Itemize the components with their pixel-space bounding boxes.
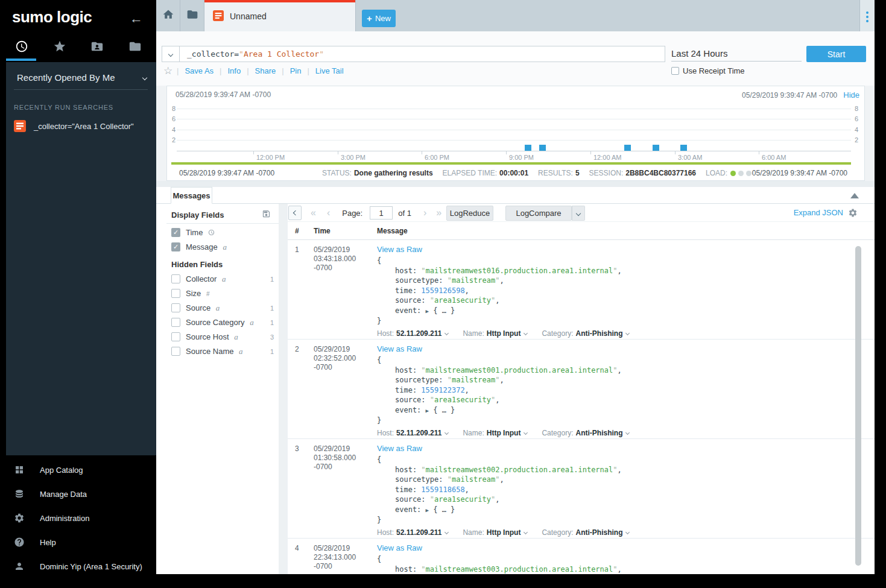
field-checkbox-unchecked[interactable]: [171, 274, 180, 283]
recent-search-item[interactable]: _collector="Area 1 Collector": [14, 120, 156, 132]
library-mode-selector[interactable]: Recently Opened By Me: [6, 62, 156, 83]
home-button[interactable]: [156, 0, 180, 31]
col-header-num: #: [295, 227, 299, 235]
library-panel: Recently Opened By Me RECENTLY RUN SEARC…: [6, 62, 156, 455]
histogram-bar[interactable]: [653, 145, 659, 151]
new-tab-button[interactable]: + New: [362, 10, 396, 27]
histogram-bar[interactable]: [680, 145, 687, 151]
row-time: 05/29/201902:32:52.000 -0700: [314, 345, 374, 372]
next-page-button[interactable]: ›: [423, 207, 426, 218]
col-header-time: Time: [314, 227, 331, 235]
field-checkbox-unchecked[interactable]: [171, 303, 180, 312]
tab-overflow-menu[interactable]: [859, 0, 875, 31]
meta-category[interactable]: Category:Anti-Phishing: [542, 329, 629, 338]
sidebar-item-app-catalog[interactable]: App Catalog: [14, 458, 142, 482]
chevron-down-icon: [524, 530, 528, 534]
histogram-bar[interactable]: [525, 145, 531, 151]
prev-page-button[interactable]: ‹: [327, 207, 330, 218]
share-link[interactable]: Share: [255, 66, 276, 75]
histogram-bar[interactable]: [624, 145, 631, 151]
query-history-dropdown[interactable]: [162, 46, 180, 62]
y-tick-label: 4: [855, 126, 862, 133]
last-page-button[interactable]: »: [436, 207, 441, 218]
expand-triangle-icon[interactable]: ▶: [426, 408, 429, 414]
save-fields-icon[interactable]: [262, 209, 271, 220]
collapse-panel-icon[interactable]: [850, 193, 859, 198]
sidebar-item-administration[interactable]: Administration: [14, 506, 142, 530]
pin-link[interactable]: Pin: [290, 66, 302, 75]
logreduce-button[interactable]: LogReduce: [446, 206, 493, 221]
field-checkbox-checked[interactable]: ✓: [171, 242, 180, 251]
database-icon: [14, 488, 25, 499]
meta-category[interactable]: Category:Anti-Phishing: [542, 429, 629, 437]
expand-json-link[interactable]: Expand JSON: [794, 208, 843, 217]
page-number-input[interactable]: [370, 206, 393, 220]
help-icon: [14, 537, 25, 548]
field-checkbox-unchecked[interactable]: [171, 318, 180, 327]
logcompare-dropdown[interactable]: [572, 206, 585, 221]
start-button[interactable]: Start: [806, 46, 866, 62]
meta-name[interactable]: Name:Http Input: [463, 429, 527, 437]
status-bar: 05/28/2019 9:39:47 AM -0700 STATUS:Done …: [167, 168, 864, 180]
field-label: Time: [186, 228, 215, 238]
field-checkbox-checked[interactable]: ✓: [171, 228, 180, 237]
favorite-star-icon[interactable]: ☆: [163, 65, 172, 77]
sidebar-item-manage-data[interactable]: Manage Data: [14, 482, 142, 506]
field-count: 3: [270, 334, 274, 341]
view-as-raw-link[interactable]: View as Raw: [377, 444, 422, 453]
view-as-raw-link[interactable]: View as Raw: [377, 344, 422, 353]
meta-host[interactable]: Host:52.11.209.211: [377, 429, 448, 437]
sidebar-item-help[interactable]: Help: [14, 530, 142, 554]
info-link[interactable]: Info: [227, 66, 241, 75]
field-checkbox-unchecked[interactable]: [171, 289, 180, 298]
sidebar-nav-recent[interactable]: [3, 36, 41, 59]
field-count: 1: [270, 276, 274, 283]
logcompare-button[interactable]: LogCompare: [505, 206, 572, 221]
field-label: Source a: [186, 303, 220, 313]
folder-person-icon: [90, 40, 104, 55]
sidebar-collapse-arrow[interactable]: ←: [130, 11, 143, 27]
view-as-raw-link[interactable]: View as Raw: [377, 543, 422, 552]
sidebar-item-dominic-yip-area-1-security[interactable]: Dominic Yip (Area 1 Security): [14, 554, 142, 578]
collapse-fields-button[interactable]: [288, 206, 302, 220]
field-checkbox-unchecked[interactable]: [171, 332, 180, 341]
vertical-scrollbar[interactable]: [855, 246, 861, 566]
meta-name[interactable]: Name:Http Input: [463, 528, 527, 537]
time-range-selector[interactable]: Last 24 Hours: [671, 46, 802, 62]
meta-host[interactable]: Host:52.11.209.211: [377, 329, 448, 338]
hide-histogram-link[interactable]: Hide: [843, 90, 859, 100]
x-tick-label: 12:00 PM: [256, 154, 285, 161]
x-tick: [338, 151, 338, 154]
gear-icon: [14, 513, 25, 523]
chevron-down-icon: [625, 530, 630, 534]
sidebar-nav-favorites[interactable]: [41, 36, 79, 59]
search-action-links: |Save As|Info|Share|Pin|Live Tail: [177, 66, 350, 75]
histogram-bar[interactable]: [539, 145, 546, 151]
sidebar-nav-shared-library[interactable]: [116, 36, 154, 59]
x-axis: [177, 151, 851, 151]
live-tail-link[interactable]: Live Tail: [315, 66, 344, 75]
x-tick-label: 3:00 PM: [341, 154, 365, 161]
library-button[interactable]: [180, 0, 204, 31]
expand-triangle-icon[interactable]: ▶: [426, 507, 429, 513]
separator: |: [282, 66, 283, 75]
meta-host[interactable]: Host:52.11.209.211: [377, 528, 448, 537]
first-page-button[interactable]: «: [311, 207, 316, 218]
row-message: View as Raw{host: "mailstreamwest003.pro…: [377, 542, 872, 574]
table-settings-gear-icon[interactable]: [848, 208, 858, 218]
use-receipt-time-checkbox[interactable]: [671, 67, 679, 75]
field-checkbox-unchecked[interactable]: [171, 347, 180, 356]
save-as-link[interactable]: Save As: [185, 66, 214, 75]
tab-messages[interactable]: Messages: [171, 187, 212, 204]
field-count: 1: [270, 319, 274, 326]
meta-name[interactable]: Name:Http Input: [463, 329, 527, 338]
expand-triangle-icon[interactable]: ▶: [426, 308, 429, 314]
tab-unnamed[interactable]: Unnamed: [204, 0, 356, 31]
search-log-icon: [213, 10, 224, 24]
use-receipt-time-label: Use Receipt Time: [683, 66, 745, 75]
view-as-raw-link[interactable]: View as Raw: [377, 245, 422, 254]
search-query-input[interactable]: _collector="Area 1 Collector": [179, 46, 665, 62]
panel-divider: [279, 204, 288, 574]
sidebar-nav-personal-library[interactable]: [78, 36, 116, 59]
meta-category[interactable]: Category:Anti-Phishing: [542, 528, 629, 537]
